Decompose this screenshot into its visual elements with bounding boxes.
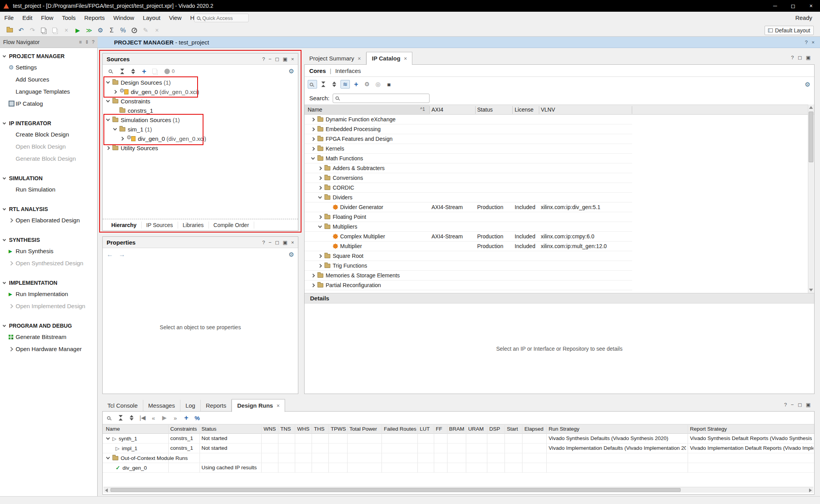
forward-arrow-icon[interactable]: → xyxy=(119,251,125,259)
section-collapse-icon[interactable] xyxy=(3,280,6,284)
column-run-strategy[interactable]: Run Strategy xyxy=(549,426,579,432)
results-tab[interactable]: Messages xyxy=(143,400,180,412)
expand-chevron-icon[interactable] xyxy=(318,254,322,258)
settings-gear-icon[interactable]: ⚙ xyxy=(95,26,105,35)
percent-progress-icon[interactable]: % xyxy=(193,413,202,422)
search-icon[interactable] xyxy=(105,413,114,422)
scrollbar-thumb[interactable] xyxy=(111,488,681,492)
menu-item[interactable]: File xyxy=(0,12,18,24)
run-all-icon[interactable]: ≫ xyxy=(84,26,94,35)
column-tpws[interactable]: TPWS xyxy=(331,426,346,432)
expand-chevron-icon[interactable] xyxy=(113,127,117,131)
flow-navigator-item[interactable]: SYNTHESIS xyxy=(0,235,97,245)
expand-all-icon[interactable] xyxy=(330,80,339,89)
column-dsp[interactable]: DSP xyxy=(489,426,500,432)
edit-icon[interactable]: ✎ xyxy=(141,26,151,35)
ip-catalog-row[interactable]: FPGA Features and Design xyxy=(305,134,632,144)
help-icon[interactable]: ? xyxy=(791,55,794,60)
play-run-icon[interactable]: ▶ xyxy=(160,413,169,422)
cancel-icon[interactable]: × xyxy=(152,26,162,35)
sum-icon[interactable]: Σ xyxy=(107,26,117,35)
add-repository-icon[interactable]: + xyxy=(351,80,361,89)
minimize-panel-icon[interactable]: − xyxy=(269,240,272,245)
timing-gauge-icon[interactable] xyxy=(129,26,139,35)
open-project-icon[interactable] xyxy=(5,26,15,35)
menu-item[interactable]: Tools xyxy=(58,12,80,24)
column-tns[interactable]: TNS xyxy=(280,426,291,432)
expand-chevron-icon[interactable] xyxy=(106,436,110,440)
flow-navigator-item[interactable]: Run Synthesis xyxy=(0,245,97,257)
menu-item[interactable]: Reports xyxy=(80,12,109,24)
fn-expand-icon[interactable]: ⇕ xyxy=(85,39,89,45)
results-tab[interactable]: Reports xyxy=(201,400,232,412)
column-start[interactable]: Start xyxy=(507,426,518,432)
ip-catalog-row[interactable]: Embedded Processing xyxy=(305,124,632,134)
float-panel-icon[interactable]: ◻ xyxy=(275,56,279,62)
minimize-panel-icon[interactable]: − xyxy=(269,56,272,62)
search-icon[interactable] xyxy=(107,67,116,76)
editor-tab[interactable]: IP Catalog × xyxy=(366,52,412,65)
column-name[interactable]: Name xyxy=(308,106,322,113)
fast-forward-icon[interactable]: » xyxy=(171,413,180,422)
source-tree-item[interactable]: Design Sources (1) xyxy=(103,78,298,87)
flow-navigator-item[interactable]: Open Elaborated Design xyxy=(0,214,97,226)
fn-collapse-icon[interactable]: ≡ xyxy=(79,39,82,45)
ip-catalog-row[interactable]: Complex Multiplier AXI4-Stream Productio… xyxy=(305,232,632,241)
source-tree-item[interactable]: constrs_1 xyxy=(103,106,298,115)
expand-chevron-icon[interactable] xyxy=(311,137,315,141)
minimize-panel-icon[interactable]: − xyxy=(791,402,794,408)
sources-settings-gear-icon[interactable]: ⚙ xyxy=(289,67,294,75)
back-arrow-icon[interactable]: ← xyxy=(107,251,113,259)
help-icon[interactable]: ? xyxy=(262,240,265,245)
ip-catalog-row[interactable]: Multiplier Production Included xilinx.co… xyxy=(305,241,632,251)
collapse-all-icon[interactable] xyxy=(319,80,328,89)
close-tab-icon[interactable]: × xyxy=(276,400,280,412)
column-wns[interactable]: WNS xyxy=(264,426,276,432)
expand-chevron-icon[interactable] xyxy=(106,99,110,103)
ip-catalog-row[interactable]: Square Root xyxy=(305,251,632,261)
expand-chevron-icon[interactable] xyxy=(311,283,315,287)
section-collapse-icon[interactable] xyxy=(3,54,6,57)
redo-icon[interactable]: ↷ xyxy=(27,26,37,35)
ip-catalog-row[interactable]: Math Functions xyxy=(305,154,632,163)
design-run-row[interactable]: div_gen_0 Using cached IP results xyxy=(103,463,814,473)
flow-navigator-item[interactable]: Open Synthesized Design xyxy=(0,257,97,269)
customize-wrench-icon[interactable]: ⚙ xyxy=(362,80,372,89)
flow-navigator-item[interactable]: Open Implemented Design xyxy=(0,300,97,312)
fn-help-icon[interactable]: ? xyxy=(92,39,94,45)
sources-view-tab[interactable]: Libraries xyxy=(178,222,209,229)
undo-icon[interactable]: ↶ xyxy=(16,26,26,35)
create-run-icon[interactable]: + xyxy=(182,413,191,422)
column-ff[interactable]: FF xyxy=(436,426,442,432)
scroll-down-icon[interactable] xyxy=(809,289,813,291)
column-whs[interactable]: WHS xyxy=(297,426,310,432)
ip-catalog-row[interactable]: Multipliers xyxy=(305,222,632,232)
flow-navigator-item[interactable]: SIMULATION xyxy=(0,173,97,183)
column-lut[interactable]: LUT xyxy=(420,426,430,432)
expand-chevron-icon[interactable] xyxy=(318,176,322,180)
quick-access-input[interactable] xyxy=(202,15,241,21)
subtab-cores[interactable]: Cores xyxy=(309,67,326,74)
close-tab-icon[interactable]: × xyxy=(404,53,407,64)
column-status[interactable]: Status xyxy=(477,106,493,113)
maximize-panel-icon[interactable]: ▣ xyxy=(283,240,287,245)
expand-all-icon[interactable] xyxy=(127,413,136,422)
section-collapse-icon[interactable] xyxy=(3,238,6,241)
column-elapsed[interactable]: Elapsed xyxy=(524,426,544,432)
expand-chevron-icon[interactable] xyxy=(318,186,322,190)
expand-chevron-icon[interactable] xyxy=(120,137,124,140)
section-collapse-icon[interactable] xyxy=(3,207,6,210)
flow-navigator-item[interactable]: PROGRAM AND DEBUG xyxy=(0,321,97,331)
paste-icon[interactable] xyxy=(50,26,60,35)
expand-chevron-icon[interactable] xyxy=(318,224,322,228)
catalog-settings-gear-icon[interactable]: ⚙ xyxy=(805,81,810,88)
step-back-icon[interactable]: « xyxy=(149,413,158,422)
search-icon[interactable] xyxy=(308,80,317,89)
help-icon[interactable]: ? xyxy=(262,56,265,62)
column-total-power[interactable]: Total Power xyxy=(349,426,377,432)
results-tab[interactable]: Design Runs × xyxy=(232,399,285,412)
flow-navigator-item[interactable]: PROJECT MANAGER xyxy=(0,51,97,61)
minimize-window-icon[interactable]: ─ xyxy=(766,0,784,12)
ip-catalog-row[interactable]: Divider Generator AXI4-Stream Production… xyxy=(305,202,632,212)
column-status[interactable]: Status xyxy=(201,426,216,432)
